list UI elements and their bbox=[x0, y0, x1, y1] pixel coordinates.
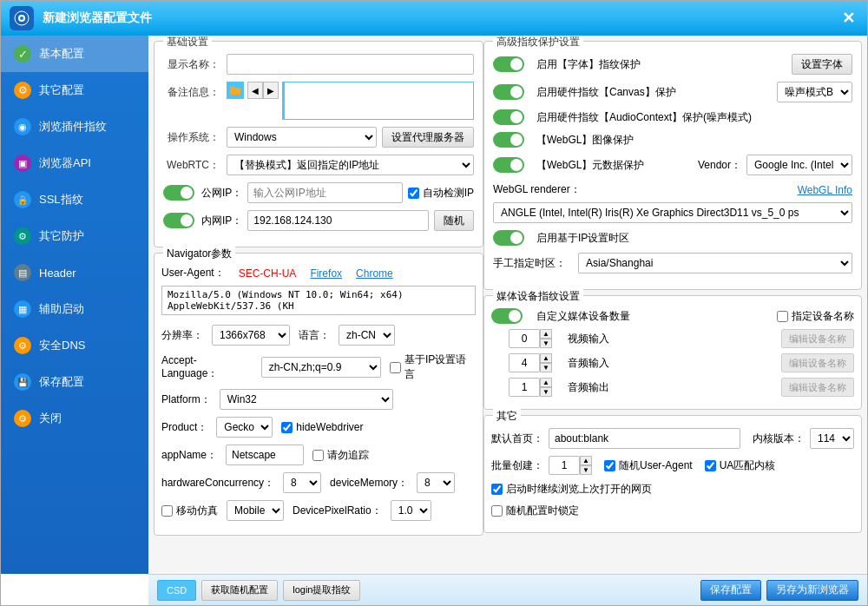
ua-match-core-checkbox[interactable] bbox=[705, 460, 716, 471]
timezone-toggle[interactable] bbox=[493, 230, 524, 246]
audio-output-count[interactable] bbox=[509, 378, 540, 397]
random-ua-label[interactable]: 随机User-Agent bbox=[604, 458, 693, 473]
csd-button[interactable]: CSD bbox=[157, 580, 196, 601]
random-ip-button[interactable]: 随机 bbox=[434, 210, 474, 231]
webrtc-select[interactable]: 【替换模式】返回指定的IP地址 【真实模式】 【禁用模式】 bbox=[227, 155, 474, 175]
tab-chrome[interactable]: Chrome bbox=[356, 267, 393, 280]
batch-count-input[interactable] bbox=[549, 456, 580, 475]
batch-spin-up[interactable]: ▲ bbox=[580, 456, 592, 465]
audio-input-edit-button[interactable]: 编辑设备名称 bbox=[781, 353, 854, 372]
webgl-image-toggle[interactable] bbox=[493, 132, 524, 148]
platform-select[interactable]: Win32MacIntel bbox=[220, 389, 393, 410]
public-ip-toggle[interactable] bbox=[163, 185, 194, 201]
font-protect-toggle[interactable] bbox=[493, 56, 524, 72]
video-spin-up[interactable]: ▲ bbox=[540, 329, 552, 339]
set-font-button[interactable]: 设置字体 bbox=[792, 54, 852, 75]
back-button[interactable]: ◀ bbox=[247, 82, 263, 99]
sidebar-item-header[interactable]: ▤ Header bbox=[1, 254, 148, 291]
language-select[interactable]: zh-CNen-US bbox=[339, 325, 395, 346]
batch-spin-down[interactable]: ▼ bbox=[580, 465, 592, 475]
webgl-renderer-select[interactable]: ANGLE (Intel, Intel(R) Iris(R) Xe Graphi… bbox=[493, 202, 852, 223]
canvas-mode-select[interactable]: 噪声模式B噪声模式A bbox=[777, 82, 852, 102]
hide-webdriver-text: hideWebdriver bbox=[296, 421, 363, 433]
webgl-info-link[interactable]: WebGL Info bbox=[798, 184, 852, 196]
specify-name-checkbox[interactable] bbox=[777, 311, 788, 322]
sidebar-item-save[interactable]: 💾 保存配置 bbox=[1, 364, 148, 400]
ip-language-label[interactable]: 基于IP设置语言 bbox=[390, 352, 476, 382]
canvas-toggle[interactable] bbox=[493, 84, 524, 100]
ua-match-core-label[interactable]: UA匹配内核 bbox=[705, 458, 776, 473]
audio-input-spin-down[interactable]: ▼ bbox=[540, 363, 552, 372]
audio-input-count[interactable] bbox=[509, 353, 540, 372]
sidebar-item-basic[interactable]: ✓ 基本配置 bbox=[1, 36, 148, 72]
mobile-select[interactable]: Mobile bbox=[227, 500, 284, 521]
hardware-select[interactable]: 8416 bbox=[283, 472, 321, 493]
webgl-meta-toggle[interactable] bbox=[493, 157, 524, 173]
appname-input[interactable] bbox=[226, 445, 304, 465]
manual-timezone-select[interactable]: Asia/Shanghai bbox=[578, 253, 852, 273]
auto-continue-checkbox[interactable] bbox=[491, 484, 503, 495]
custom-count-toggle[interactable] bbox=[491, 308, 523, 324]
auto-detect-checkbox[interactable] bbox=[408, 188, 419, 199]
obtain-random-button[interactable]: 获取随机配置 bbox=[201, 580, 278, 601]
auto-continue-label[interactable]: 启动时继续浏览上次打开的网页 bbox=[491, 482, 652, 497]
ua-textarea[interactable]: Mozilla/5.0 (Windows NT 10.0; Win64; x64… bbox=[161, 286, 476, 315]
hide-webdriver-checkbox[interactable] bbox=[281, 422, 293, 433]
no-trace-label[interactable]: 请勿追踪 bbox=[312, 448, 369, 463]
core-version-select[interactable]: 114120126 bbox=[810, 428, 854, 449]
save-config-button[interactable]: 保存配置 bbox=[700, 580, 761, 601]
os-select[interactable]: WindowsMacLinux bbox=[227, 127, 377, 148]
video-edit-button[interactable]: 编辑设备名称 bbox=[781, 329, 854, 348]
private-ip-input[interactable] bbox=[247, 210, 429, 231]
video-input-count[interactable] bbox=[509, 329, 540, 348]
basic-icon: ✓ bbox=[13, 44, 32, 63]
notes-input[interactable] bbox=[282, 82, 474, 120]
specify-name-label[interactable]: 指定设备名称 bbox=[777, 309, 854, 324]
proxy-server-button[interactable]: 设置代理服务器 bbox=[382, 127, 474, 148]
login-fingerprint-button[interactable]: login提取指纹 bbox=[283, 580, 360, 601]
auto-detect-label[interactable]: 自动检测IP bbox=[408, 186, 474, 201]
tab-firefox[interactable]: Firefox bbox=[310, 267, 342, 280]
vendor-select[interactable]: Google Inc. (Intel bbox=[746, 155, 852, 175]
video-spin-down[interactable]: ▼ bbox=[540, 339, 552, 348]
audio-output-spin-down[interactable]: ▼ bbox=[540, 387, 552, 397]
mobile-sim-checkbox[interactable] bbox=[161, 505, 173, 517]
private-ip-toggle[interactable] bbox=[163, 213, 194, 228]
random-lock-label[interactable]: 随机配置时锁定 bbox=[491, 504, 579, 518]
sidebar-item-other[interactable]: ⚙ 其它配置 bbox=[1, 72, 148, 109]
webgl-renderer-label: WebGL renderer： bbox=[493, 182, 792, 197]
sidebar-item-close[interactable]: ⚙ 关闭 bbox=[1, 400, 148, 437]
random-lock-checkbox[interactable] bbox=[491, 505, 503, 517]
forward-button[interactable]: ▶ bbox=[263, 82, 279, 99]
batch-create-row: 批量创建： ▲ ▼ 随机User-Agent bbox=[491, 456, 854, 475]
accept-lang-select[interactable]: zh-CN,zh;q=0.9 bbox=[261, 357, 381, 378]
sidebar-item-api[interactable]: ▣ 浏览器API bbox=[1, 145, 148, 181]
display-name-input[interactable] bbox=[227, 54, 474, 75]
device-memory-select[interactable]: 8416 bbox=[417, 472, 455, 493]
sidebar-item-ssl[interactable]: 🔒 SSL指纹 bbox=[1, 181, 148, 218]
sidebar-item-plugin[interactable]: ◉ 浏览插件指纹 bbox=[1, 109, 148, 145]
hide-webdriver-label[interactable]: hideWebdriver bbox=[281, 421, 363, 433]
webgl-image-label: 【WebGL】图像保护 bbox=[536, 133, 634, 148]
audio-output-spin-up[interactable]: ▲ bbox=[540, 378, 552, 387]
tab-sec-ch-ua[interactable]: SEC-CH-UA bbox=[239, 267, 297, 280]
titlebar: 新建浏览器配置文件 ✕ bbox=[1, 1, 867, 36]
mobile-sim-label-wrap[interactable]: 移动仿真 bbox=[161, 504, 218, 518]
sidebar-item-defense[interactable]: ⚙ 其它防护 bbox=[1, 218, 148, 254]
public-ip-input[interactable] bbox=[247, 182, 402, 203]
resolution-select[interactable]: 1366x7681920x1080 bbox=[212, 325, 290, 346]
pixel-ratio-select[interactable]: 1.01.52.0 bbox=[391, 500, 431, 521]
no-trace-checkbox[interactable] bbox=[312, 450, 324, 461]
audio-input-spin-up[interactable]: ▲ bbox=[540, 353, 552, 363]
sidebar-item-boot[interactable]: ▦ 辅助启动 bbox=[1, 291, 148, 327]
close-button[interactable]: ✕ bbox=[838, 8, 858, 29]
sidebar-label-basic: 基本配置 bbox=[39, 46, 84, 62]
save-as-new-button[interactable]: 另存为新浏览器 bbox=[766, 580, 858, 601]
sidebar-item-dns[interactable]: ⚙ 安全DNS bbox=[1, 327, 148, 364]
ip-language-checkbox[interactable] bbox=[390, 362, 401, 373]
random-ua-checkbox[interactable] bbox=[604, 460, 615, 471]
default-home-input[interactable] bbox=[549, 428, 740, 449]
audio-output-edit-button[interactable]: 编辑设备名称 bbox=[781, 378, 854, 397]
product-select[interactable]: Gecko bbox=[216, 417, 273, 438]
audio-toggle[interactable] bbox=[493, 109, 524, 125]
